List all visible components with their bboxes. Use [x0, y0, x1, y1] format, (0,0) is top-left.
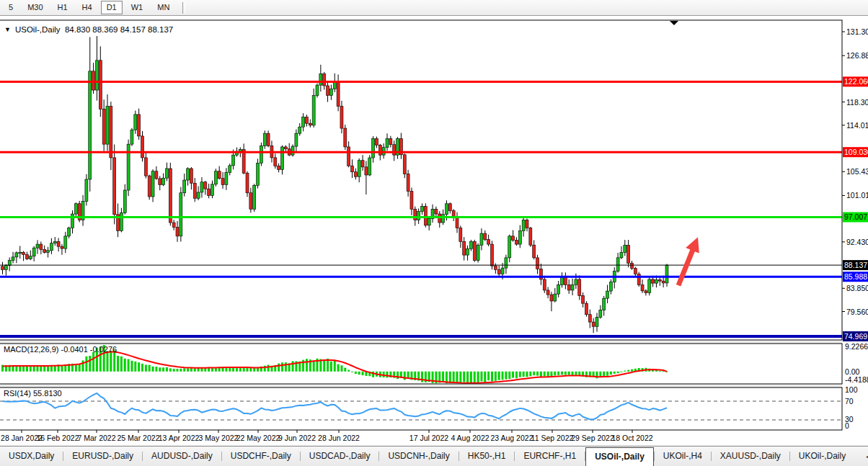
- svg-text:4 Aug 2022: 4 Aug 2022: [451, 434, 489, 442]
- timeframe-w1[interactable]: W1: [125, 1, 149, 14]
- svg-text:7 Mar 2022: 7 Mar 2022: [77, 434, 115, 442]
- svg-text:0.00: 0.00: [845, 367, 860, 376]
- svg-text:83.850: 83.850: [846, 284, 868, 292]
- timeframe-toolbar: 5M30H1H4D1W1MN: [0, 0, 868, 16]
- chart-ohlc-values: 84.830 88.369 84.157 88.137: [65, 25, 173, 34]
- svg-text:114.010: 114.010: [846, 121, 868, 130]
- svg-text:17 Jul 2022: 17 Jul 2022: [409, 434, 448, 442]
- macd-name: MACD(12,26,9): [4, 345, 58, 354]
- svg-text:109.030: 109.030: [844, 148, 868, 156]
- svg-text:74.969: 74.969: [844, 332, 867, 341]
- mt4-chart-window: 5M30H1H4D1W1MN 131.300126.880118.300114.…: [0, 0, 868, 466]
- svg-text:118.300: 118.300: [846, 98, 868, 107]
- tab-xauusd-daily[interactable]: XAUUSD-,Daily: [712, 447, 789, 466]
- svg-text:92.430: 92.430: [846, 238, 868, 246]
- svg-text:13 Apr 2022: 13 Apr 2022: [159, 434, 200, 442]
- timeframe-h1[interactable]: H1: [52, 1, 74, 14]
- tab-scroll-left-icon[interactable]: ◄: [864, 453, 868, 460]
- svg-text:97.007: 97.007: [844, 212, 867, 221]
- svg-text:29 Sep 2022: 29 Sep 2022: [571, 434, 614, 442]
- svg-text:9 Jun 2022: 9 Jun 2022: [278, 434, 316, 442]
- chart-canvas: 131.300126.880118.300114.010105.430101.0…: [0, 0, 868, 466]
- svg-text:126.880: 126.880: [846, 51, 868, 60]
- svg-text:88.137: 88.137: [844, 261, 867, 269]
- tab-eurusd-daily[interactable]: EURUSD-,Daily: [63, 447, 142, 466]
- timeframe-d1[interactable]: D1: [101, 1, 123, 14]
- tab-ukoil-daily[interactable]: UKOil-,Daily: [790, 447, 854, 466]
- svg-text:22 May 2022: 22 May 2022: [236, 434, 280, 442]
- tab-usdchf-daily[interactable]: USDCHF-,Daily: [222, 447, 300, 466]
- timeframe-mn[interactable]: MN: [151, 1, 175, 14]
- svg-text:3 May 2022: 3 May 2022: [199, 434, 239, 442]
- rsi-value: 55.8130: [33, 389, 62, 398]
- svg-text:101.010: 101.010: [846, 191, 868, 200]
- timeframe-5[interactable]: 5: [3, 1, 19, 14]
- tab-ukoil-h4[interactable]: UKOil-,H4: [655, 447, 711, 466]
- svg-text:18 Oct 2022: 18 Oct 2022: [611, 434, 652, 442]
- tab-usoil-daily[interactable]: USOil-,Daily: [585, 447, 654, 466]
- svg-text:122.060: 122.060: [844, 77, 868, 86]
- svg-text:85.988: 85.988: [844, 272, 867, 281]
- tab-audusd-daily[interactable]: AUDUSD-,Daily: [143, 447, 221, 466]
- svg-text:9.2266: 9.2266: [845, 342, 868, 351]
- timeframe-h4[interactable]: H4: [76, 1, 98, 14]
- chart-title-row: ▼USOil-,Daily 84.830 88.369 84.157 88.13…: [4, 25, 173, 34]
- svg-text:28 Jun 2022: 28 Jun 2022: [318, 434, 360, 442]
- svg-text:70: 70: [845, 397, 854, 405]
- tab-eurchf-h1[interactable]: EURCHF-,H1: [515, 447, 585, 466]
- chart-symbol-label: USOil-,Daily: [15, 25, 61, 34]
- svg-text:25 Mar 2022: 25 Mar 2022: [118, 434, 160, 442]
- rsi-indicator-label: RSI(14) 55.8130: [4, 389, 62, 398]
- toolbar-separator: [182, 2, 185, 14]
- tab-usdcad-daily[interactable]: USDCAD-,Daily: [301, 447, 379, 466]
- chart-dropdown-icon[interactable]: ▼: [4, 26, 11, 33]
- svg-text:11 Sep 2022: 11 Sep 2022: [531, 434, 574, 442]
- svg-text:-4.4188: -4.4188: [845, 375, 868, 384]
- svg-text:16 Feb 2022: 16 Feb 2022: [37, 434, 79, 442]
- tab-hk50-h1[interactable]: HK50-,H1: [459, 447, 515, 466]
- svg-text:23 Aug 2022: 23 Aug 2022: [491, 434, 533, 442]
- timeframe-m30[interactable]: M30: [22, 1, 48, 14]
- tab-usdcnh-daily[interactable]: USDCNH-,Daily: [379, 447, 458, 466]
- symbol-tabs: USDX,DailyEURUSD-,DailyAUDUSD-,DailyUSDC…: [0, 447, 854, 466]
- svg-text:100: 100: [845, 385, 858, 394]
- tab-scroll-arrows: ◄ ►: [864, 447, 868, 466]
- svg-text:79.560: 79.560: [846, 308, 868, 316]
- svg-text:105.430: 105.430: [846, 167, 868, 176]
- symbol-tab-bar: USDX,DailyEURUSD-,DailyAUDUSD-,DailyUSDC…: [0, 446, 868, 466]
- svg-text:0: 0: [845, 421, 849, 430]
- macd-indicator-label: MACD(12,26,9) -0.0401 -0.0276: [4, 345, 117, 354]
- svg-text:131.300: 131.300: [846, 27, 868, 36]
- macd-values: -0.0401 -0.0276: [61, 345, 117, 354]
- tab-usdx-daily[interactable]: USDX,Daily: [0, 447, 63, 466]
- rsi-name: RSI(14): [4, 389, 31, 398]
